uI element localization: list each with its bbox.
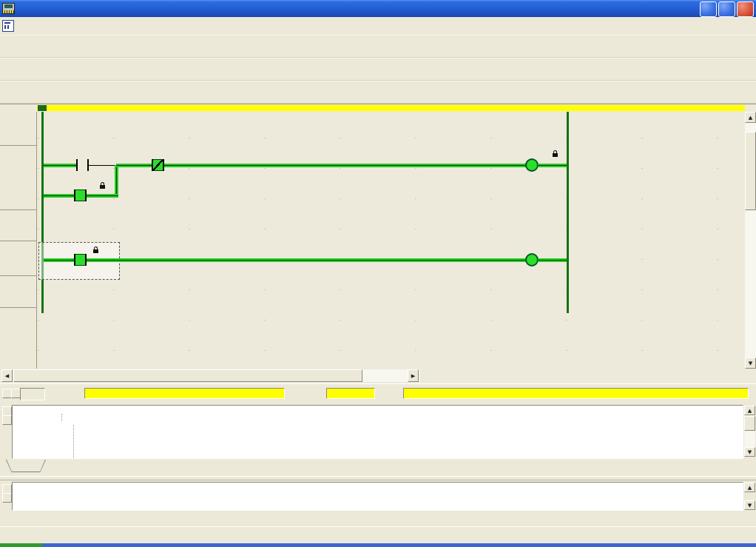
rung-margin — [0, 112, 37, 369]
comment-field[interactable] — [403, 388, 749, 399]
rung3-output-coil[interactable] — [525, 253, 539, 266]
window-bottom-border — [0, 543, 756, 547]
right-power-rail — [567, 112, 569, 313]
ladder-hscroll-thumb[interactable] — [13, 369, 362, 382]
rung1-output-coil[interactable] — [525, 158, 539, 172]
output-vscroll-up[interactable]: ▲ — [744, 483, 755, 492]
title-bar — [0, 0, 756, 17]
output-text-area[interactable] — [12, 482, 743, 511]
output-vscroll-down[interactable]: ▼ — [744, 500, 755, 510]
workspace-expand-button[interactable] — [2, 415, 12, 425]
rung1-contact1-bar — [76, 159, 78, 171]
tree-vscroll-thumb[interactable] — [744, 416, 755, 431]
ladder-diagram-editor[interactable]: ▲ ▼ ◀ ▶ — [0, 104, 756, 384]
restore-button[interactable] — [718, 1, 735, 17]
menu-bar — [0, 17, 756, 36]
output-expand-button[interactable] — [2, 493, 12, 503]
left-power-rail — [41, 112, 44, 313]
ladder-vscroll-thumb[interactable] — [745, 132, 756, 210]
project-workspace: ▲ ▼ — [0, 403, 756, 476]
rung3-contact-lock-icon — [93, 249, 98, 253]
ladder-grid — [37, 112, 745, 369]
tree-connector — [73, 425, 74, 458]
name-field[interactable] — [84, 388, 285, 399]
close-button[interactable] — [737, 1, 754, 17]
status-bar — [0, 526, 756, 544]
tree-connector — [61, 414, 62, 421]
project-tab[interactable] — [6, 460, 46, 472]
rung1-wire-dead — [89, 165, 116, 166]
ladder-hscroll-right[interactable]: ▶ — [408, 369, 419, 382]
rung3-wire — [538, 258, 567, 262]
rung1-coil-lock-icon — [553, 153, 558, 157]
rung-highlight-bar — [37, 105, 745, 111]
app-icon — [2, 3, 15, 14]
rung1-wire — [116, 164, 152, 167]
toolbar-views-simulation — [0, 81, 756, 104]
margin-cell-rung3 — [0, 241, 36, 276]
rung1-wire — [538, 164, 567, 167]
toolbar-standard — [0, 35, 756, 58]
output-window: ▲ ▼ — [0, 480, 756, 527]
tree-vscroll-down[interactable]: ▼ — [744, 447, 755, 457]
operand-bar-inset — [20, 388, 45, 400]
rung3-contact-energized[interactable] — [75, 254, 85, 266]
toolbar-diagram — [0, 58, 756, 81]
rung1-wire — [164, 164, 526, 167]
address-field[interactable] — [326, 388, 375, 399]
margin-cell-rung2 — [0, 210, 36, 241]
rung3-wire — [87, 258, 526, 262]
window-bottom-border-accent — [0, 543, 42, 547]
rung1-branch-wire — [87, 194, 118, 198]
operand-bar — [0, 383, 756, 403]
margin-cell-rung4 — [0, 276, 36, 308]
margin-cell-rung1 — [0, 146, 36, 210]
ladder-vscroll-down[interactable]: ▼ — [745, 358, 756, 369]
tree-vscroll-up[interactable]: ▲ — [744, 406, 755, 415]
rung1-contact2-nc-energized[interactable] — [153, 159, 163, 171]
rung1-branch-contact-energized[interactable] — [75, 189, 85, 201]
margin-cell — [0, 112, 36, 146]
minimize-button[interactable] — [700, 1, 717, 17]
rung1-branch-junction — [115, 165, 118, 196]
rung-highlight-marker — [38, 105, 47, 111]
project-tree-area[interactable] — [12, 405, 743, 459]
rung1-wire — [44, 164, 77, 167]
project-tab-label — [7, 460, 45, 472]
mdi-child-icon[interactable] — [2, 20, 14, 32]
rung1-branch-lock-icon — [100, 185, 105, 189]
ladder-hscroll-left[interactable]: ◀ — [1, 369, 13, 382]
rung1-branch-wire — [44, 194, 74, 198]
cx-programmer-window: ▲ ▼ ◀ ▶ ▲ ▼ — [0, 0, 756, 547]
rung3-wire — [44, 258, 74, 262]
ladder-vscroll-up[interactable]: ▲ — [745, 112, 756, 123]
